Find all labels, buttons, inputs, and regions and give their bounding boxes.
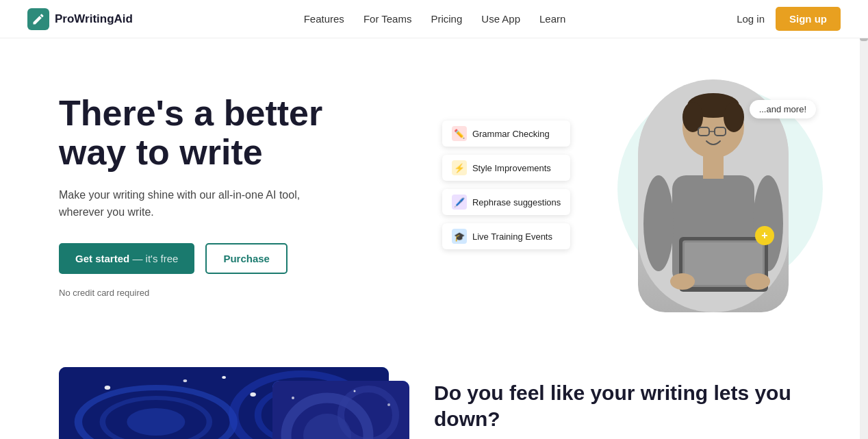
- rephrase-icon: 🖊️: [452, 195, 467, 210]
- svg-point-10: [643, 175, 674, 271]
- no-credit-text: No credit card required: [59, 288, 434, 298]
- blue-card-svg: [272, 381, 409, 439]
- svg-point-4: [724, 102, 744, 132]
- hero-title: There's a better way to write: [59, 94, 434, 172]
- hero-buttons: Get started — it's free Purchase: [59, 243, 434, 274]
- scrollbar[interactable]: [860, 0, 868, 439]
- pill-style: ⚡ Style Improvements: [442, 155, 570, 181]
- grammar-icon: ✏️: [452, 126, 467, 141]
- login-button[interactable]: Log in: [737, 13, 765, 25]
- svg-text:+: +: [761, 229, 767, 241]
- svg-point-16: [745, 273, 770, 290]
- hero-section: There's a better way to write Make your …: [4, 38, 864, 340]
- nav-link-pricing[interactable]: Pricing: [431, 13, 462, 25]
- nav-logo[interactable]: ProWritingAid: [27, 8, 133, 30]
- svg-point-32: [222, 376, 226, 379]
- training-icon: 🎓: [452, 229, 467, 244]
- pill-grammar: ✏️ Grammar Checking: [442, 121, 570, 147]
- svg-point-41: [354, 390, 356, 392]
- pill-rephrase: 🖊️ Rephrase suggestions: [442, 189, 570, 215]
- hero-right: ✏️ Grammar Checking ⚡ Style Improvements…: [449, 79, 809, 312]
- logo-text: ProWritingAid: [55, 12, 133, 26]
- feature-pills: ✏️ Grammar Checking ⚡ Style Improvements…: [442, 121, 570, 249]
- svg-point-40: [292, 397, 294, 399]
- logo-icon: [27, 8, 49, 30]
- svg-rect-9: [703, 155, 724, 179]
- navbar: ProWritingAid Features For Teams Pricing…: [0, 0, 868, 38]
- section2: My idea in my head Do you feel like your…: [4, 340, 864, 439]
- svg-point-27: [105, 386, 111, 390]
- section2-title: Do you feel like your writing lets you d…: [434, 380, 809, 431]
- svg-point-22: [127, 408, 185, 436]
- get-started-button[interactable]: Get started — it's free: [59, 243, 194, 274]
- svg-point-28: [183, 379, 188, 382]
- blue-card-image: [272, 381, 409, 439]
- nav-link-features[interactable]: Features: [304, 13, 344, 25]
- nav-link-for-teams[interactable]: For Teams: [363, 13, 412, 25]
- purchase-button[interactable]: Purchase: [205, 243, 288, 274]
- nav-actions: Log in Sign up: [737, 7, 841, 31]
- more-bubble: ...and more!: [750, 100, 816, 118]
- signup-button[interactable]: Sign up: [776, 7, 841, 31]
- nav-link-use-app[interactable]: Use App: [481, 13, 520, 25]
- svg-point-15: [670, 273, 695, 290]
- hero-subtitle: Make your writing shine with our all-in-…: [59, 186, 333, 221]
- svg-point-29: [250, 392, 256, 397]
- section2-right: Do you feel like your writing lets you d…: [434, 380, 809, 439]
- hero-left: There's a better way to write Make your …: [59, 94, 434, 298]
- svg-point-42: [387, 403, 390, 406]
- nav-link-learn[interactable]: Learn: [539, 13, 565, 25]
- style-icon: ⚡: [452, 160, 467, 175]
- section2-left: My idea in my head: [59, 367, 389, 439]
- nav-links: Features For Teams Pricing Use App Learn: [304, 13, 566, 25]
- pill-training: 🎓 Live Training Events: [442, 223, 570, 249]
